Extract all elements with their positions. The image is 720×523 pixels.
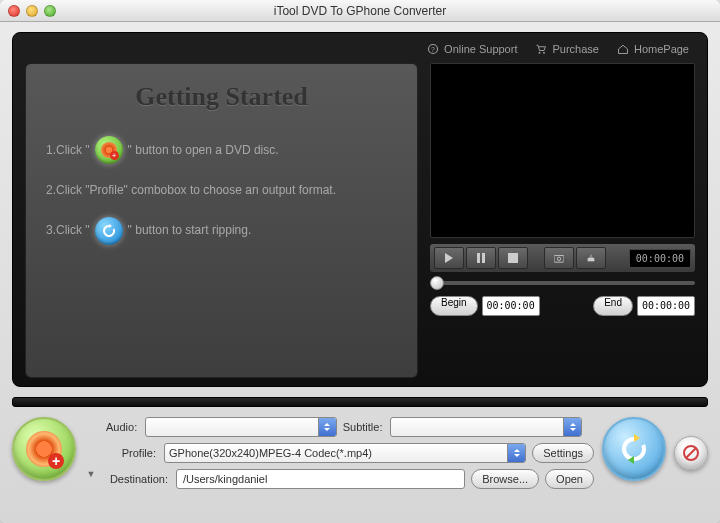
online-support-link[interactable]: ? Online Support bbox=[427, 43, 517, 55]
snapshot-button[interactable] bbox=[544, 247, 574, 269]
browse-button[interactable]: Browse... bbox=[471, 469, 539, 489]
destination-label: Destination: bbox=[106, 473, 170, 485]
cancel-icon bbox=[682, 444, 700, 462]
main-panel: ? Online Support Purchase HomePage Getti… bbox=[12, 32, 708, 387]
home-icon bbox=[617, 43, 629, 55]
purchase-label: Purchase bbox=[552, 43, 598, 55]
destination-field[interactable]: /Users/kingdaniel bbox=[176, 469, 465, 489]
subtitle-combo[interactable] bbox=[390, 417, 582, 437]
dropdown-arrow-icon bbox=[507, 444, 525, 462]
start-rip-inline-icon bbox=[95, 217, 123, 245]
preview-column: 00:00:00 Begin 00:00:00 End 00:00:00 bbox=[430, 63, 695, 378]
svg-rect-4 bbox=[477, 253, 480, 263]
plus-icon: + bbox=[48, 453, 64, 469]
video-preview bbox=[430, 63, 695, 238]
dropdown-arrow-icon bbox=[318, 418, 336, 436]
svg-point-2 bbox=[539, 52, 541, 54]
trim-row: Begin 00:00:00 End 00:00:00 bbox=[430, 296, 695, 316]
step-3: 3.Click " " button to start ripping. bbox=[46, 217, 397, 245]
svg-rect-7 bbox=[554, 256, 564, 263]
online-support-label: Online Support bbox=[444, 43, 517, 55]
svg-text:?: ? bbox=[431, 46, 435, 53]
trim-begin-time: 00:00:00 bbox=[482, 296, 540, 316]
open-dvd-button[interactable]: + bbox=[12, 417, 76, 481]
bottom-bar: + ▼ Audio: Subtitle: Profile: GPhone(320… bbox=[12, 417, 708, 489]
pause-button[interactable] bbox=[466, 247, 496, 269]
app-window: iTool DVD To GPhone Converter ? Online S… bbox=[0, 0, 720, 523]
play-button[interactable] bbox=[434, 247, 464, 269]
trim-begin-button[interactable]: Begin bbox=[430, 296, 478, 316]
player-controls: 00:00:00 bbox=[430, 244, 695, 272]
audio-label: Audio: bbox=[106, 421, 139, 433]
settings-button[interactable]: Settings bbox=[532, 443, 594, 463]
seek-slider[interactable] bbox=[430, 281, 695, 285]
purchase-link[interactable]: Purchase bbox=[535, 43, 598, 55]
top-links-bar: ? Online Support Purchase HomePage bbox=[25, 43, 695, 63]
content-row: Getting Started 1.Click " + " button to … bbox=[25, 63, 695, 378]
svg-point-3 bbox=[544, 52, 546, 54]
window-title: iTool DVD To GPhone Converter bbox=[0, 4, 720, 18]
folder-button[interactable] bbox=[576, 247, 606, 269]
seek-thumb[interactable] bbox=[430, 276, 444, 290]
player-time: 00:00:00 bbox=[629, 249, 691, 268]
step-1: 1.Click " + " button to open a DVD disc. bbox=[46, 136, 397, 164]
getting-started-panel: Getting Started 1.Click " + " button to … bbox=[25, 63, 418, 378]
open-folder-button[interactable]: Open bbox=[545, 469, 594, 489]
svg-point-8 bbox=[557, 257, 560, 260]
stop-button[interactable] bbox=[498, 247, 528, 269]
svg-rect-5 bbox=[482, 253, 485, 263]
settings-fields: Audio: Subtitle: Profile: GPhone(320x240… bbox=[106, 417, 594, 489]
dropdown-arrow-icon bbox=[563, 418, 581, 436]
support-icon: ? bbox=[427, 43, 439, 55]
svg-line-11 bbox=[686, 448, 696, 458]
profile-combo[interactable]: GPhone(320x240)MPEG-4 Codec(*.mp4) bbox=[164, 443, 526, 463]
titlebar: iTool DVD To GPhone Converter bbox=[0, 0, 720, 22]
trim-end-time: 00:00:00 bbox=[637, 296, 695, 316]
open-dvd-inline-icon: + bbox=[95, 136, 123, 164]
subtitle-label: Subtitle: bbox=[343, 421, 385, 433]
audio-combo[interactable] bbox=[145, 417, 337, 437]
disclosure-toggle[interactable]: ▼ bbox=[84, 467, 98, 481]
step-2: 2.Click "Profile" combobox to choose an … bbox=[46, 182, 397, 199]
seek-slider-row bbox=[430, 276, 695, 290]
cart-icon bbox=[535, 43, 547, 55]
getting-started-heading: Getting Started bbox=[46, 82, 397, 112]
start-rip-button[interactable] bbox=[602, 417, 666, 481]
svg-rect-6 bbox=[508, 253, 518, 263]
profile-label: Profile: bbox=[106, 447, 158, 459]
homepage-link[interactable]: HomePage bbox=[617, 43, 689, 55]
dvd-disc-icon: + bbox=[26, 431, 62, 467]
homepage-label: HomePage bbox=[634, 43, 689, 55]
refresh-icon bbox=[616, 431, 652, 467]
divider-bar bbox=[12, 397, 708, 407]
trim-end-button[interactable]: End bbox=[593, 296, 633, 316]
cancel-button[interactable] bbox=[674, 436, 708, 470]
